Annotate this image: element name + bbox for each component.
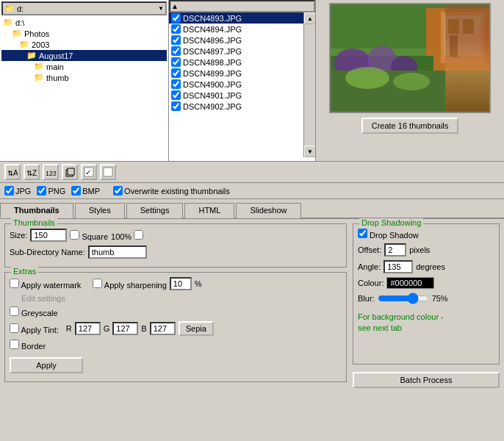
tree-item-2003[interactable]: 📁 2003 [1,39,167,50]
file-checkbox-6[interactable] [171,79,181,89]
file-checkbox-0[interactable] [171,13,181,23]
svg-rect-6 [463,19,474,34]
svg-text:⇅Z: ⇅Z [26,169,37,177]
tree-item-photos[interactable]: 📁 Photos [1,28,167,39]
tab-html[interactable]: HTML [184,203,234,218]
tree-item-d[interactable]: 📁 d:\ [1,17,167,28]
svg-point-14 [393,73,430,90]
svg-rect-7 [450,35,458,57]
batch-process-button[interactable]: Batch Process [353,372,500,388]
jpg-option[interactable]: JPG [4,186,31,196]
blur-range-input[interactable] [378,293,429,304]
blur-slider[interactable] [378,293,429,304]
tree-item-thumb[interactable]: 📁 thumb [1,72,167,83]
file-item-3[interactable]: DSCN4897.JPG [169,46,303,57]
tab-thumbnails[interactable]: Thumbnails [0,203,73,218]
sort-za-btn[interactable]: ⇅Z [24,164,40,180]
g-input[interactable] [112,322,138,335]
greyscale-option[interactable]: Greyscale [10,306,58,318]
sort-num-btn[interactable]: 123 [43,164,59,180]
tree-item-main[interactable]: 📁 main [1,61,167,72]
drive-dropdown-icon[interactable]: ▼ [158,5,164,12]
svg-text:✓: ✓ [85,168,91,176]
png-checkbox[interactable] [37,186,46,196]
file-checkbox-8[interactable] [171,101,181,111]
tab-slideshow[interactable]: Slideshow [236,203,300,218]
bmp-checkbox[interactable] [71,186,81,196]
sepia-button[interactable]: Sepia [179,321,214,336]
border-checkbox[interactable] [10,340,19,349]
svg-rect-22 [104,168,112,176]
folder-icon: 📁 [3,18,13,27]
file-checkbox-1[interactable] [171,24,181,34]
folder-icon: 📁 [26,51,37,60]
square-checkbox[interactable] [70,230,79,240]
bmp-option[interactable]: BMP [71,186,100,196]
left-panel: Thumbnails Size: Square 100% Sub-Directo… [4,223,347,387]
uncheck-all-btn[interactable] [100,164,116,180]
tint-option[interactable]: Apply Tint: [10,323,59,334]
sharpening-option[interactable]: Apply sharpening [93,279,166,290]
file-item-7[interactable]: DSCN4901.JPG [169,90,303,101]
square-option[interactable]: Square [70,230,108,241]
sharpening-checkbox[interactable] [93,279,102,288]
file-checkbox-3[interactable] [171,46,181,56]
scroll-up-btn[interactable]: ▲ [304,12,316,24]
edit-row: Edit settings [10,294,342,303]
size-input[interactable] [30,229,67,242]
b-input[interactable] [150,322,176,335]
file-checkbox-5[interactable] [171,68,181,78]
tint-checkbox[interactable] [10,323,19,333]
pixels-label: pixels [409,245,430,254]
tab-styles[interactable]: Styles [75,203,125,218]
offset-label: Offset: [358,245,381,254]
sort-az-btn[interactable]: ⇅A [4,164,21,180]
r-input[interactable] [75,322,101,335]
colour-value[interactable]: #000000 [386,277,434,289]
file-item-1[interactable]: DSCN4894.JPG [169,24,303,35]
drop-shadow-option[interactable]: Drop Shadow [358,229,419,240]
angle-input[interactable] [384,260,413,273]
copy-btn[interactable] [62,164,78,180]
sharpening-input[interactable] [170,277,192,290]
border-option[interactable]: Border [10,340,46,351]
drive-selector[interactable]: 📁 d: ▼ [1,1,167,15]
file-checkbox-4[interactable] [171,57,181,67]
file-item-6[interactable]: DSCN4900.JPG [169,79,303,90]
offset-input[interactable] [384,243,406,257]
subdir-input[interactable] [88,245,147,259]
drop-shadow-checkbox[interactable] [358,229,367,238]
subdir-row: Sub-Directory Name: [10,245,342,259]
file-item-2[interactable]: DSCN4896.JPG [169,35,303,46]
file-item-0[interactable]: DSCN4893.JPG [169,12,303,24]
percent-checkbox[interactable] [134,230,143,240]
file-list-scrollbar[interactable]: ▲ ▼ [303,12,315,157]
blur-row: Blur: 75% [358,293,494,304]
folder-icon: 📁 [34,62,44,71]
file-checkbox-7[interactable] [171,90,181,100]
png-option[interactable]: PNG [37,186,65,196]
sort-az-icon: ⇅A [7,167,18,177]
tab-settings[interactable]: Settings [126,203,184,218]
watermark-checkbox[interactable] [10,279,19,288]
svg-text:123: 123 [46,170,56,177]
overwrite-option[interactable]: Overwrite existing thumbnails [113,186,230,196]
check-all-btn[interactable]: ✓ [81,164,97,180]
create-thumbnails-button[interactable]: Create 16 thumbnails [361,118,459,134]
hint-area: For background colour - see next tab [358,312,494,334]
overwrite-checkbox[interactable] [113,186,123,196]
scroll-down-btn[interactable]: ▼ [304,146,316,157]
watermark-row: Apply watermark Apply sharpening % [10,277,342,290]
jpg-checkbox[interactable] [4,186,14,196]
degrees-label: degrees [416,262,445,271]
percent-option[interactable]: 100% [111,230,143,241]
file-item-4[interactable]: DSCN4898.JPG [169,57,303,68]
file-item-5[interactable]: DSCN4899.JPG [169,68,303,79]
watermark-option[interactable]: Apply watermark [10,279,81,290]
colour-row: Colour: #000000 [358,277,494,289]
greyscale-checkbox[interactable] [10,306,19,316]
tree-item-august17[interactable]: 📁 August17 [1,50,167,61]
apply-button[interactable]: Apply [10,357,83,373]
file-item-8[interactable]: DSCN4902.JPG [169,101,303,112]
file-checkbox-2[interactable] [171,35,181,45]
